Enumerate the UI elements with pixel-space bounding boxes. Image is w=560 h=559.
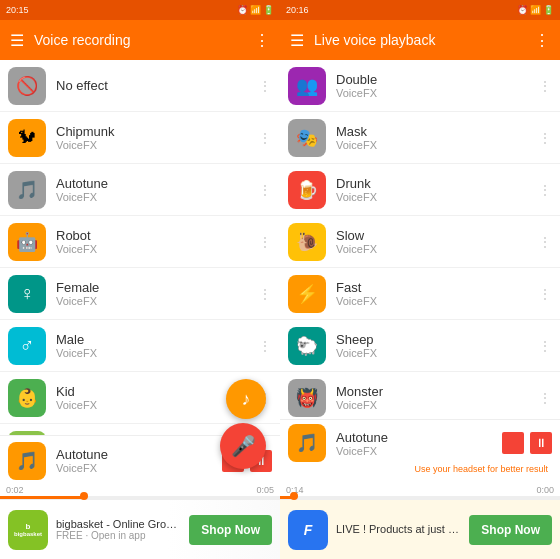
ad-banner-right: F LIVE ! Products at just ₹1. 20-22nd Ja… [280,499,560,559]
list-item[interactable]: 🐑 Sheep VoiceFX ⋮ [280,320,560,372]
progress-fill-left [0,496,84,499]
item-icon-double-r: 👥 [288,67,326,105]
item-name: Autotune [56,176,258,191]
alarm-icon: ⏰ [237,5,248,15]
item-icon-kid: 👶 [8,379,46,417]
toolbar-title-left: Voice recording [34,32,244,48]
item-icon-slow: 🐌 [288,223,326,261]
battery-icon-right: 🔋 [543,5,554,15]
item-more-icon[interactable]: ⋮ [258,182,272,198]
item-name: No effect [56,78,258,93]
list-item[interactable]: 🐿 Chipmunk VoiceFX ⋮ [0,112,280,164]
more-icon-left[interactable]: ⋮ [254,31,270,50]
live-effects-list: 👥 Double VoiceFX ⋮ 🎭 Mask VoiceFX ⋮ 🍺 Dr… [280,60,560,419]
item-icon-female: ♀ [8,275,46,313]
item-more-icon[interactable]: ⋮ [538,390,552,406]
list-item[interactable]: ♂ Male VoiceFX ⋮ [0,320,280,372]
time-right: 20:16 [286,5,309,15]
toolbar-title-right: Live voice playback [314,32,524,48]
list-item[interactable]: ⚡ Fast VoiceFX ⋮ [280,268,560,320]
player-name-right: Autotune [336,430,502,445]
item-sub: VoiceFX [336,399,538,411]
item-sub: VoiceFX [336,139,538,151]
item-name: Chipmunk [56,124,258,139]
stop-button-right[interactable] [502,432,524,454]
item-more-icon[interactable]: ⋮ [258,78,272,94]
item-more-icon[interactable]: ⋮ [538,130,552,146]
item-more-icon[interactable]: ⋮ [258,234,272,250]
menu-icon-left[interactable]: ☰ [10,31,24,50]
item-more-icon[interactable]: ⋮ [258,338,272,354]
ad-title-left: bigbasket - Online Grocery... [56,518,181,530]
list-item[interactable]: ♀ Female VoiceFX ⋮ [0,268,280,320]
player-sub-left: VoiceFX [56,462,222,474]
voice-effects-list: 🚫 No effect ⋮ 🐿 Chipmunk VoiceFX ⋮ 🎵 Aut… [0,60,280,435]
time-right-label: 0:05 [256,485,274,495]
shop-now-button-right[interactable]: Shop Now [469,515,552,545]
pause-button-right[interactable]: ⏸ [530,432,552,454]
fab-music-button[interactable]: ♪ [226,379,266,419]
player-sub-right: VoiceFX [336,445,502,457]
list-item[interactable]: 👹 Monster VoiceFX ⋮ [280,372,560,419]
item-sub: VoiceFX [336,87,538,99]
list-item[interactable]: 🍺 Drunk VoiceFX ⋮ [280,164,560,216]
menu-icon-right[interactable]: ☰ [290,31,304,50]
time-left-label: 0:02 [6,485,24,495]
status-bar-right: 20:16 ⏰ 📶 🔋 [280,0,560,20]
status-icons-right: ⏰ 📶 🔋 [517,5,554,15]
right-panel: 20:16 ⏰ 📶 🔋 ☰ Live voice playback ⋮ 👥 Do… [280,0,560,559]
item-icon-sheep: 🐑 [288,327,326,365]
progress-bar-left [0,496,280,499]
more-icon-right[interactable]: ⋮ [534,31,550,50]
item-sub: VoiceFX [336,243,538,255]
item-icon-mask: 🎭 [288,119,326,157]
status-icons-left: ⏰ 📶 🔋 [237,5,274,15]
item-name: Monster [336,384,538,399]
signal-icon: 📶 [250,5,261,15]
ad-sub-left: FREE · Open in app [56,530,181,541]
ad-title-right: LIVE ! Products at just ₹1. 20-22nd Jan.… [336,523,461,536]
list-item[interactable]: 🚫 No effect ⋮ [0,60,280,112]
player-bar-right: 🎵 Autotune VoiceFX ⏸ Use your headset fo… [280,419,560,499]
list-item[interactable]: 🎵 Autotune VoiceFX ⋮ [0,164,280,216]
player-icon-right: 🎵 [288,424,326,462]
item-more-icon[interactable]: ⋮ [538,286,552,302]
left-panel: 20:15 ⏰ 📶 🔋 ☰ Voice recording ⋮ 🚫 No eff… [0,0,280,559]
item-more-icon[interactable]: ⋮ [258,130,272,146]
list-item[interactable]: 🎭 Mask VoiceFX ⋮ [280,112,560,164]
item-name: Mask [336,124,538,139]
list-item[interactable]: 🤖 Robot VoiceFX ⋮ [0,216,280,268]
item-name: Male [56,332,258,347]
item-more-icon[interactable]: ⋮ [538,182,552,198]
progress-dot-right[interactable] [290,492,298,500]
list-item[interactable]: 🐌 Slow VoiceFX ⋮ [280,216,560,268]
list-item[interactable]: 👥 Double VoiceFX ⋮ [280,60,560,112]
progress-bar-right [280,496,560,499]
player-name-left: Autotune [56,447,222,462]
signal-icon-right: 📶 [530,5,541,15]
item-name: Robot [56,228,258,243]
item-sub: VoiceFX [336,347,538,359]
item-more-icon[interactable]: ⋮ [258,286,272,302]
time-right-label-right: 0:00 [536,485,554,495]
ad-text-right: LIVE ! Products at just ₹1. 20-22nd Jan.… [336,523,461,536]
status-time-right: 20:16 [286,5,309,15]
progress-dot-left[interactable] [80,492,88,500]
ad-banner-left: b bigbasket bigbasket - Online Grocery..… [0,499,280,559]
shop-now-button-left[interactable]: Shop Now [189,515,272,545]
item-name: Drunk [336,176,538,191]
item-sub: VoiceFX [336,191,538,203]
time-left: 20:15 [6,5,29,15]
headphone-note: Use your headset for better result [288,462,552,476]
item-icon-robot: 🤖 [8,223,46,261]
item-icon-monster: 👹 [288,379,326,417]
fab-mic-button[interactable]: 🎤 [220,423,266,469]
item-icon-male: ♂ [8,327,46,365]
item-name: Fast [336,280,538,295]
item-sub: VoiceFX [56,295,258,307]
item-more-icon[interactable]: ⋮ [538,78,552,94]
item-more-icon[interactable]: ⋮ [538,234,552,250]
ad-logo-right: F [288,510,328,550]
item-sub: VoiceFX [56,191,258,203]
item-more-icon[interactable]: ⋮ [538,338,552,354]
